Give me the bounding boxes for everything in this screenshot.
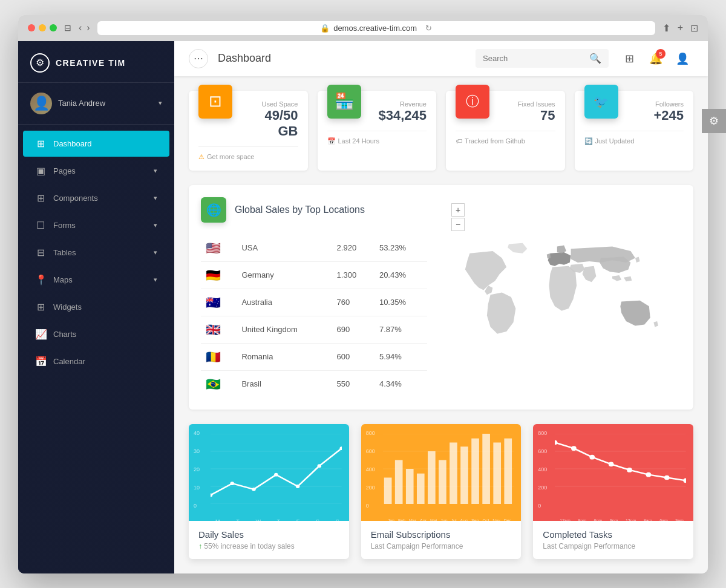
stat-footer: 🔄 Just Updated	[584, 131, 684, 145]
sidebar-item-dashboard[interactable]: ⊞ Dashboard	[23, 131, 169, 157]
gear-icon: ⚙	[36, 57, 44, 68]
zoom-out-button[interactable]: −	[451, 218, 465, 231]
svg-point-9	[296, 485, 299, 488]
sidebar-item-widgets[interactable]: ⊞ Widgets	[23, 294, 169, 320]
reload-icon[interactable]: ↻	[425, 24, 432, 33]
user-icon: 👤	[676, 52, 689, 65]
flag-brasil: 🇧🇷	[206, 377, 221, 391]
globe-icon: 🌐	[201, 197, 226, 223]
svg-rect-24	[471, 438, 479, 503]
grid-view-button[interactable]: ⊞	[618, 48, 640, 70]
svg-point-32	[555, 440, 557, 445]
logo-icon: ⚙	[30, 53, 50, 73]
sidebar-item-tables[interactable]: ⊟ Tables ▾	[23, 240, 169, 266]
footer-text: Just Updated	[595, 137, 635, 145]
country-name: Romania	[237, 343, 332, 370]
windows-icon[interactable]: ⊡	[690, 22, 698, 34]
share-icon[interactable]: ⬆	[662, 22, 670, 34]
map-controls: + −	[451, 203, 465, 231]
sales-count: 1.300	[332, 261, 374, 289]
sales-map-section: + −	[439, 185, 693, 410]
svg-point-35	[609, 462, 614, 466]
subtitle-text: 55% increase in today sales	[204, 542, 294, 550]
chart-info: Daily Sales ↑ 55% increase in today sale…	[189, 521, 349, 559]
stat-footer: 📅 Last 24 Hours	[327, 131, 427, 145]
sidebar-item-forms[interactable]: ☐ Forms ▾	[23, 212, 169, 238]
sales-table: 🇺🇸 USA 2.920 53.23% 🇩🇪 Germany 1.300	[201, 235, 427, 397]
close-dot[interactable]	[28, 24, 35, 31]
chart-card-completed-tasks: 800 600 400 200 0	[533, 424, 693, 559]
stat-cards: ⊡ Used Space 49/50 GB ⚠ Get more space 🏪	[189, 91, 693, 171]
sidebar-user[interactable]: 👤 Tania Andrew ▾	[18, 83, 174, 125]
stat-card-used-space: ⊡ Used Space 49/50 GB ⚠ Get more space	[189, 91, 308, 171]
table-row: 🇦🇺 Australia 760 10.35%	[201, 289, 427, 316]
flag-uk: 🇬🇧	[206, 323, 221, 336]
svg-rect-21	[439, 460, 446, 504]
forward-button[interactable]: ›	[87, 22, 90, 33]
minimize-dot[interactable]	[39, 24, 46, 31]
fixed-issues-icon: ⓘ	[456, 85, 489, 119]
chevron-down-icon: ▾	[154, 221, 157, 229]
warning-icon: ⚠	[198, 153, 204, 161]
sidebar-item-label: Maps	[53, 275, 73, 284]
back-button[interactable]: ‹	[79, 22, 82, 33]
svg-point-34	[590, 454, 595, 459]
sidebar-item-maps[interactable]: 📍 Maps ▾	[23, 267, 169, 293]
sales-count: 760	[332, 289, 374, 316]
sales-percent: 53.23%	[374, 235, 427, 262]
search-input[interactable]	[483, 54, 584, 63]
svg-rect-26	[493, 442, 501, 504]
topbar-icons: ⊞ 🔔 5 👤	[618, 48, 693, 70]
svg-point-8	[274, 472, 278, 476]
sidebar-item-pages[interactable]: ▣ Pages ▾	[23, 158, 169, 184]
grid-icon: ⊞	[625, 52, 634, 65]
new-tab-icon[interactable]: +	[678, 22, 683, 34]
stat-card-fixed-issues: ⓘ Fixed Issues 75 🏷 Tracked from Github	[446, 91, 565, 171]
svg-point-6	[230, 482, 234, 485]
stat-label: Followers	[630, 100, 684, 108]
sidebar-item-label: Charts	[53, 330, 76, 339]
address-bar[interactable]: 🔒 demos.creative-tim.com ↻	[97, 21, 655, 35]
footer-text: Get more space	[207, 153, 254, 160]
tag-icon: 🏷	[456, 137, 462, 145]
svg-point-38	[664, 475, 670, 480]
x-axis-labels: M T W T F S S	[213, 518, 342, 524]
svg-rect-17	[395, 460, 403, 504]
notifications-button[interactable]: 🔔 5	[645, 48, 667, 70]
zoom-in-button[interactable]: +	[451, 203, 465, 217]
page-title: Dashboard	[218, 52, 271, 65]
svg-rect-22	[450, 442, 457, 504]
stat-label: Revenue	[373, 100, 427, 108]
flag-usa: 🇺🇸	[206, 241, 221, 255]
sidebar-item-label: Widgets	[53, 302, 82, 312]
chart-title: Daily Sales	[198, 529, 339, 540]
browser-actions: ⬆ + ⊡	[662, 22, 698, 34]
sidebar-nav: ⊞ Dashboard ▣ Pages ▾ ⊞ Components ▾ ☐ F…	[18, 125, 174, 573]
svg-rect-18	[406, 469, 414, 504]
search-icon: 🔍	[589, 53, 601, 64]
chart-info: Completed Tasks Last Campaign Performanc…	[533, 521, 693, 559]
sidebar-item-components[interactable]: ⊞ Components ▾	[23, 185, 169, 211]
sidebar-item-calendar[interactable]: 📅 Calendar	[23, 348, 169, 374]
sales-count: 600	[332, 343, 374, 370]
stat-label: Fixed Issues	[502, 100, 555, 108]
browser-chrome: ⊟ ‹ › 🔒 demos.creative-tim.com ↻ ⬆ + ⊡	[18, 15, 708, 41]
country-name: Australia	[237, 289, 332, 316]
country-name: United Kingdom	[237, 316, 332, 343]
search-box[interactable]: 🔍	[476, 49, 609, 68]
browser-nav: ‹ ›	[79, 22, 90, 33]
maximize-dot[interactable]	[50, 24, 57, 31]
browser-window: ⊟ ‹ › 🔒 demos.creative-tim.com ↻ ⬆ + ⊡ ⚙…	[18, 15, 708, 573]
profile-button[interactable]: 👤	[672, 48, 693, 70]
topbar: ⋯ Dashboard 🔍 ⊞ 🔔 5 👤	[174, 41, 708, 76]
maps-icon: 📍	[35, 274, 46, 286]
settings-gear-button[interactable]: ⚙	[702, 109, 708, 133]
svg-point-10	[318, 464, 321, 468]
menu-button[interactable]: ⋯	[189, 49, 208, 68]
svg-point-36	[627, 468, 632, 472]
sidebar-item-label: Calendar	[53, 357, 85, 366]
chart-subtitle: Last Campaign Performance	[371, 542, 512, 550]
table-row: 🇷🇴 Romania 600 5.94%	[201, 343, 427, 370]
sidebar-toggle-icon[interactable]: ⊟	[64, 23, 71, 33]
sidebar-item-charts[interactable]: 📈 Charts	[23, 321, 169, 347]
